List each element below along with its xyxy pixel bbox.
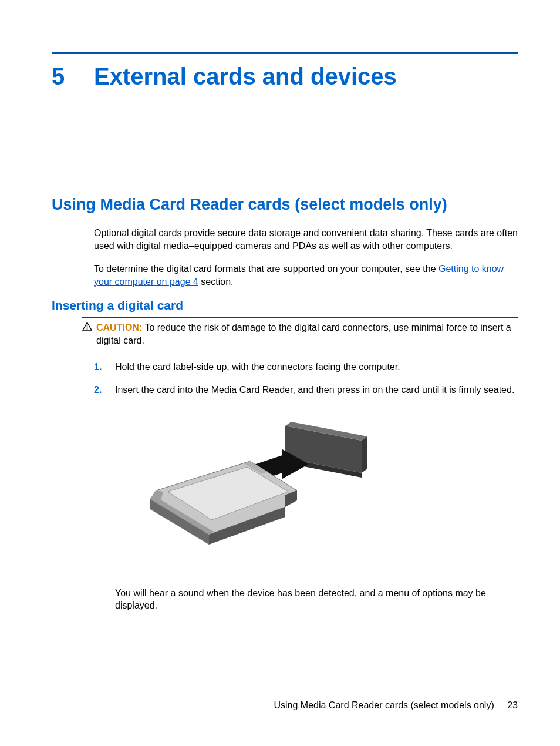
caution-body: To reduce the risk of damage to the digi… — [96, 322, 511, 345]
step-number: 1. — [94, 361, 115, 374]
step-text: Insert the card into the Media Card Read… — [115, 384, 518, 396]
para2-post: section. — [198, 277, 234, 287]
chapter-rule — [52, 52, 518, 54]
steps-list: 1. Hold the card label-side up, with the… — [94, 361, 518, 396]
chapter-number: 5 — [52, 63, 94, 90]
page-content: 5 External cards and devices Using Media… — [0, 0, 560, 612]
caution-text: CAUTION: To reduce the risk of damage to… — [94, 321, 518, 347]
footer-text: Using Media Card Reader cards (select mo… — [274, 700, 494, 710]
caution-icon — [82, 321, 94, 333]
insert-card-figure — [115, 414, 518, 569]
svg-point-2 — [87, 328, 88, 330]
page-number: 23 — [507, 700, 518, 710]
intro-paragraph-1: Optional digital cards provide secure da… — [94, 227, 518, 252]
caution-label: CAUTION: — [96, 322, 142, 332]
page-footer: Using Media Card Reader cards (select mo… — [274, 700, 518, 711]
list-item: 2. Insert the card into the Media Card R… — [94, 384, 518, 396]
svg-marker-5 — [362, 436, 367, 473]
section-heading: Using Media Card Reader cards (select mo… — [52, 196, 518, 214]
step-text: Hold the card label-side up, with the co… — [115, 361, 518, 374]
chapter-heading: 5 External cards and devices — [52, 63, 518, 90]
chapter-title: External cards and devices — [94, 63, 397, 90]
intro-paragraph-2: To determine the digital card formats th… — [94, 263, 518, 288]
subsection-heading: Inserting a digital card — [52, 298, 518, 312]
list-item: 1. Hold the card label-side up, with the… — [94, 361, 518, 374]
step-number: 2. — [94, 384, 115, 396]
caution-block: CAUTION: To reduce the risk of damage to… — [82, 317, 518, 352]
after-figure-paragraph: You will hear a sound when the device ha… — [115, 587, 518, 612]
para2-pre: To determine the digital card formats th… — [94, 264, 438, 274]
